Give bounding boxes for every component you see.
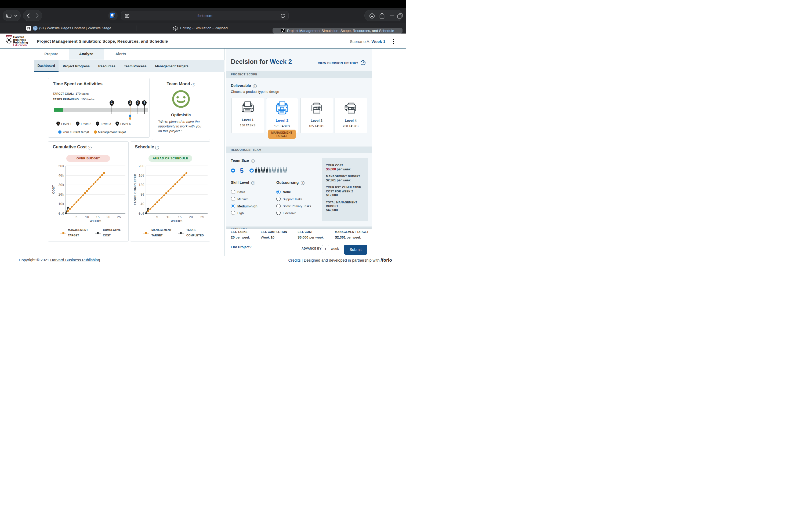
svg-text:1: 1 xyxy=(111,101,113,104)
svg-text:TASKS COMPLETED: TASKS COMPLETED xyxy=(133,174,137,205)
svg-text:4: 4 xyxy=(117,122,118,125)
svg-text:30k: 30k xyxy=(58,183,64,187)
svg-text:5: 5 xyxy=(75,215,77,219)
svg-text:WEEKS: WEEKS xyxy=(171,220,182,223)
svg-text:40k: 40k xyxy=(58,174,64,178)
svg-text:2: 2 xyxy=(77,122,78,125)
svg-text:20: 20 xyxy=(189,215,192,219)
svg-text:40: 40 xyxy=(141,202,144,206)
svg-text:25: 25 xyxy=(200,215,204,219)
svg-text:3: 3 xyxy=(97,122,98,125)
svg-text:10: 10 xyxy=(85,215,89,219)
svg-text:20k: 20k xyxy=(58,193,64,197)
svg-text:10: 10 xyxy=(166,215,170,219)
svg-text:WEEKS: WEEKS xyxy=(90,220,101,223)
svg-text:3: 3 xyxy=(137,101,139,104)
svg-text:2: 2 xyxy=(129,101,131,104)
svg-text:20: 20 xyxy=(106,215,110,219)
svg-text:5: 5 xyxy=(156,215,158,219)
svg-text:15: 15 xyxy=(96,215,99,219)
svg-text:1: 1 xyxy=(57,122,59,125)
svg-text:25: 25 xyxy=(117,215,120,219)
svg-text:15: 15 xyxy=(177,215,181,219)
svg-text:50k: 50k xyxy=(58,165,64,168)
svg-text:200: 200 xyxy=(138,165,144,168)
svg-text:0.0: 0.0 xyxy=(138,212,144,216)
svg-text:0.0: 0.0 xyxy=(58,212,64,216)
svg-text:160: 160 xyxy=(138,174,144,178)
svg-text:COST: COST xyxy=(52,185,55,194)
svg-text:120: 120 xyxy=(138,183,144,187)
svg-text:80: 80 xyxy=(141,193,144,197)
svg-text:4: 4 xyxy=(144,101,145,104)
svg-text:10k: 10k xyxy=(58,202,64,206)
